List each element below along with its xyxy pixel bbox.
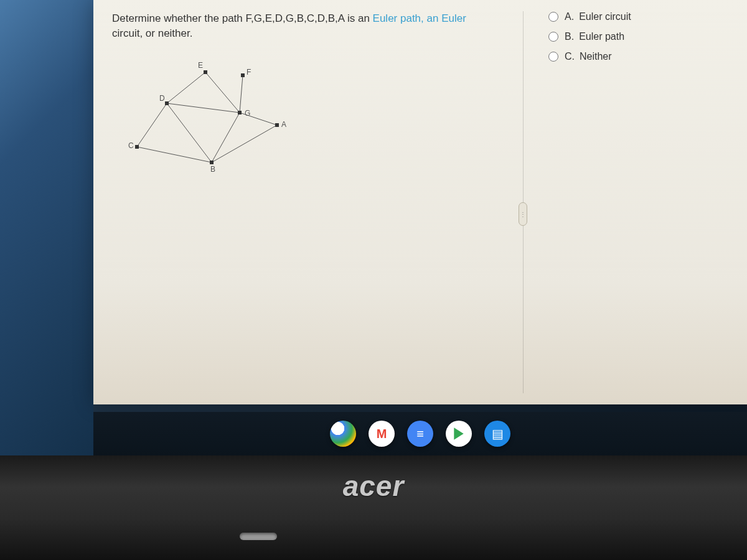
question-highlight: Euler path, an Euler [373,12,466,24]
question-panel: Determine whether the path F,G,E,D,G,B,C… [93,0,747,404]
edge-CB [137,147,212,162]
vertex-B: B [210,161,215,174]
gmail-glyph: M [377,427,387,441]
docs-icon[interactable]: ≡ [407,421,433,447]
collapse-handle-icon: ⋮ [520,211,526,218]
option-c-radio[interactable] [548,52,558,62]
question-left-column: Determine whether the path F,G,E,D,G,B,C… [112,11,523,393]
vertex-D: D [159,94,169,105]
option-a-letter: A. [565,11,574,22]
option-a-radio[interactable] [548,12,558,22]
question-prefix: Determine whether the path F,G,E,D,G,B,C… [112,12,373,24]
question-suffix: circuit, or neither. [112,27,192,39]
vertex-A: A [275,120,286,129]
collapse-handle[interactable]: ⋮ [519,202,527,226]
svg-text:A: A [281,120,286,129]
svg-rect-4 [165,101,169,105]
edge-BA [212,125,277,162]
app-window: Determine whether the path F,G,E,D,G,B,C… [93,0,747,404]
svg-text:F: F [247,68,251,77]
option-b-radio[interactable] [548,32,558,42]
laptop-bezel: acer [0,455,747,560]
graph-svg: E F D G A C B [118,54,305,178]
edge-FG [240,75,243,113]
svg-text:E: E [198,61,203,70]
edge-GB [212,113,240,162]
files-glyph: ▤ [492,426,504,441]
chrome-icon[interactable] [330,421,356,447]
edge-EG [205,72,240,113]
option-b-letter: B. [565,31,574,42]
svg-text:C: C [128,141,134,150]
desktop-left-edge [0,0,93,455]
svg-rect-12 [210,161,214,164]
edge-DB [167,103,212,162]
option-a[interactable]: A. Euler circuit [548,11,728,22]
option-a-text: Euler circuit [579,11,631,22]
vertex-C: C [128,141,139,150]
taskbar: M ≡ ▤ [93,412,747,455]
vertex-E: E [198,61,207,74]
gmail-icon[interactable]: M [369,421,395,447]
option-c[interactable]: C. Neither [548,51,728,62]
edge-DC [137,103,167,147]
play-triangle-icon [454,427,463,440]
docs-glyph: ≡ [416,427,424,441]
svg-rect-2 [241,73,245,77]
play-store-icon[interactable] [446,421,472,447]
answer-column: ⋮ A. Euler circuit B. Euler path C. Neit… [523,11,728,393]
svg-rect-0 [204,70,207,74]
laptop-hinge [240,533,277,540]
question-text: Determine whether the path F,G,E,D,G,B,C… [112,11,523,41]
option-b[interactable]: B. Euler path [548,31,728,42]
vertex-F: F [241,68,251,77]
svg-text:D: D [159,94,165,103]
files-icon[interactable]: ▤ [484,421,510,447]
option-c-text: Neither [580,51,612,62]
svg-text:B: B [210,165,215,174]
option-b-text: Euler path [579,31,624,42]
edge-ED [167,72,205,103]
svg-rect-10 [135,145,139,149]
option-c-letter: C. [565,51,575,62]
graph-figure: E F D G A C B [118,54,523,180]
svg-text:G: G [245,109,250,118]
brand-logo: acer [343,469,405,503]
svg-rect-8 [275,123,279,127]
svg-rect-6 [238,111,242,114]
edge-DG [167,103,240,113]
